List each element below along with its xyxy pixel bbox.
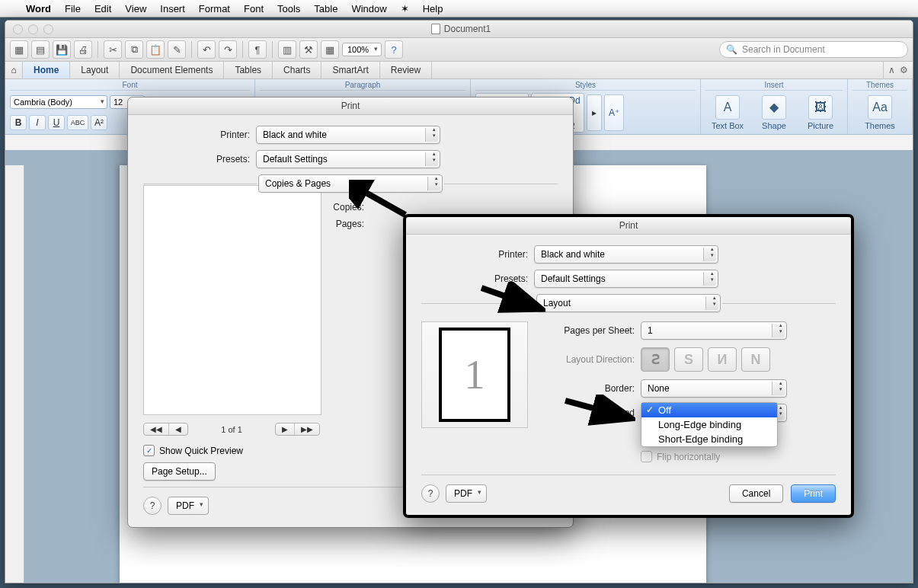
shape-icon: ◆	[762, 95, 786, 120]
toolbox-icon[interactable]: ⚒	[299, 40, 318, 59]
superscript-button[interactable]: A²	[91, 115, 107, 130]
document-search-input[interactable]: 🔍 Search in Document	[719, 41, 908, 58]
menu-app-name[interactable]: Word	[26, 3, 51, 14]
group-styles-title: Styles	[475, 80, 696, 91]
vertical-ruler	[5, 165, 24, 583]
document-title: Document1	[444, 24, 491, 34]
menu-insert[interactable]: Insert	[160, 3, 185, 14]
preview-next-buttons[interactable]: ▶▶▶	[275, 423, 320, 436]
document-icon	[431, 24, 440, 34]
pps-select[interactable]: 1	[641, 321, 787, 340]
copy-icon[interactable]: ⧉	[125, 40, 143, 59]
tab-charts[interactable]: Charts	[273, 62, 321, 78]
print-button-2[interactable]: Print	[791, 484, 836, 503]
insert-textbox-button[interactable]: A Text Box	[708, 95, 747, 130]
textbox-icon: A	[715, 95, 740, 120]
redo-icon[interactable]: ↷	[219, 40, 237, 59]
menu-font[interactable]: Font	[244, 3, 264, 14]
new-icon[interactable]: ▦	[10, 40, 28, 59]
layout-dir-1[interactable]: Ƨ	[641, 347, 670, 372]
page-setup-button[interactable]: Page Setup...	[143, 462, 216, 481]
close-icon[interactable]	[13, 24, 23, 34]
bold-button[interactable]: B	[10, 115, 27, 130]
styles-pane-icon[interactable]: A⁺	[604, 94, 624, 131]
menu-table[interactable]: Table	[314, 3, 337, 14]
print-section-select-2[interactable]: Layout	[536, 294, 721, 312]
zoom-window-icon[interactable]	[43, 24, 53, 34]
insert-picture-button[interactable]: 🖼 Picture	[801, 95, 840, 130]
help-icon[interactable]: ?	[385, 40, 403, 59]
window-titlebar: Document1	[5, 21, 913, 38]
font-name-select[interactable]: Cambria (Body)	[10, 95, 107, 109]
two-sided-option-short[interactable]: Short-Edge binding	[641, 432, 777, 446]
layout-direction-label: Layout Direction:	[543, 354, 641, 365]
border-select[interactable]: None	[641, 379, 787, 398]
printer-select-2[interactable]: Black and white	[534, 245, 718, 264]
dialog-title: Print	[128, 97, 573, 115]
insert-shape-button[interactable]: ◆ Shape	[755, 95, 793, 130]
two-sided-option-long[interactable]: Long-Edge binding	[641, 417, 777, 432]
help-button-2[interactable]: ?	[421, 484, 440, 503]
pdf-menu-button-2[interactable]: PDF	[446, 484, 487, 503]
ribbon-collapse-icon[interactable]: ∧	[888, 65, 895, 75]
menu-view[interactable]: View	[125, 3, 146, 14]
cancel-button-2[interactable]: Cancel	[729, 484, 783, 503]
print-dialog-2: Print Printer: Black and white Presets: …	[403, 214, 854, 518]
print-section-select[interactable]: Copies & Pages	[258, 174, 443, 193]
format-painter-icon[interactable]: ✎	[168, 40, 186, 59]
show-preview-checkbox[interactable]: ✓	[143, 445, 155, 456]
layout-dir-4[interactable]: N	[741, 347, 770, 372]
open-icon[interactable]: ▤	[31, 40, 50, 59]
layout-preview-page: 1	[439, 328, 510, 422]
menu-tools[interactable]: Tools	[277, 3, 300, 14]
save-icon[interactable]: 💾	[53, 40, 71, 59]
picture-icon: 🖼	[808, 95, 833, 120]
tab-smartart[interactable]: SmartArt	[321, 62, 379, 78]
ribbon-home-icon[interactable]: ⌂	[5, 62, 23, 78]
themes-button[interactable]: Aa Themes	[861, 95, 899, 130]
quick-access-toolbar: ▦ ▤ 💾 🖨 ✂ ⧉ 📋 ✎ ↶ ↷ ¶ ▥ ⚒ ▦ 100% ? 🔍 Sea…	[5, 38, 913, 62]
underline-button[interactable]: U	[48, 115, 65, 130]
presets-select[interactable]: Default Settings	[256, 150, 440, 168]
presets-label-2: Presets:	[421, 273, 534, 284]
zoom-select[interactable]: 100%	[342, 43, 382, 56]
layout-preview: 1	[421, 321, 528, 428]
media-browser-icon[interactable]: ▦	[321, 40, 339, 59]
presets-select-2[interactable]: Default Settings	[534, 270, 718, 288]
tab-review[interactable]: Review	[380, 62, 432, 78]
paste-icon[interactable]: 📋	[146, 40, 165, 59]
flip-horizontal-checkbox[interactable]	[641, 451, 652, 462]
menu-edit[interactable]: Edit	[94, 3, 111, 14]
sidebar-icon[interactable]: ▥	[278, 40, 296, 59]
tab-home[interactable]: Home	[23, 62, 70, 78]
printer-select[interactable]: Black and white	[256, 126, 440, 144]
menu-help[interactable]: Help	[423, 3, 443, 14]
cut-icon[interactable]: ✂	[104, 40, 122, 59]
styles-more-icon[interactable]: ▸	[587, 94, 602, 131]
tab-document-elements[interactable]: Document Elements	[120, 62, 224, 78]
tab-tables[interactable]: Tables	[224, 62, 273, 78]
two-sided-option-off[interactable]: Off	[641, 403, 777, 417]
two-sided-dropdown: Off Long-Edge binding Short-Edge binding	[641, 402, 778, 447]
strikethrough-button[interactable]: ABC	[67, 115, 88, 130]
pdf-menu-button[interactable]: PDF	[168, 497, 209, 515]
italic-button[interactable]: I	[29, 115, 46, 130]
presets-label: Presets:	[143, 154, 256, 165]
search-icon: 🔍	[726, 44, 737, 55]
menu-window[interactable]: Window	[351, 3, 386, 14]
ribbon-settings-icon[interactable]: ⚙	[900, 65, 908, 75]
help-button[interactable]: ?	[143, 497, 162, 515]
menu-file[interactable]: File	[65, 3, 81, 14]
menu-script-icon[interactable]: ✶	[401, 3, 409, 14]
border-label: Border:	[543, 383, 641, 394]
layout-dir-3[interactable]: И	[708, 347, 737, 372]
print-icon[interactable]: 🖨	[74, 40, 92, 59]
preview-prev-buttons[interactable]: ◀◀◀	[143, 423, 188, 436]
tab-layout[interactable]: Layout	[70, 62, 120, 78]
menu-format[interactable]: Format	[199, 3, 230, 14]
layout-dir-2[interactable]: S	[674, 347, 703, 372]
show-marks-icon[interactable]: ¶	[248, 40, 267, 59]
minimize-icon[interactable]	[28, 24, 38, 34]
copies-label: Copies:	[143, 202, 370, 213]
undo-icon[interactable]: ↶	[197, 40, 216, 59]
